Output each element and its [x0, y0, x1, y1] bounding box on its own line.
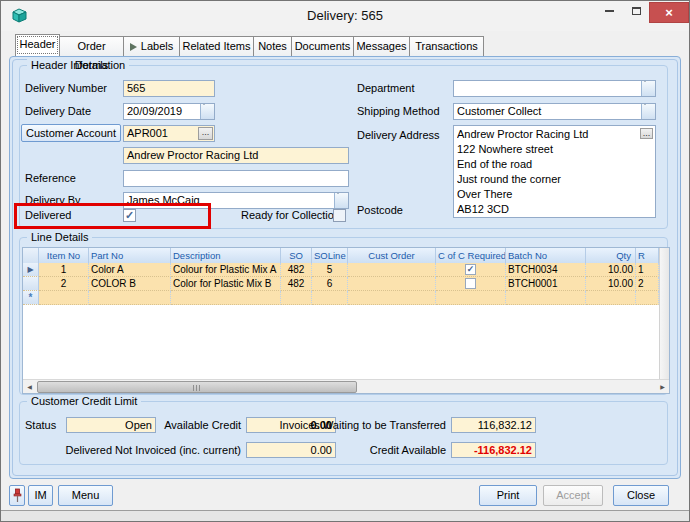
- col-header-description[interactable]: Description: [171, 248, 281, 263]
- col-header-r-clipped[interactable]: R: [636, 248, 659, 263]
- reference-label: Reference: [25, 170, 76, 187]
- minimize-button[interactable]: [595, 1, 623, 23]
- tab-header[interactable]: Header: [15, 34, 60, 56]
- pin-button[interactable]: [9, 485, 25, 506]
- grid-horizontal-scrollbar[interactable]: ◀ ▶: [23, 379, 669, 394]
- cell-cust-order[interactable]: [348, 263, 436, 277]
- window-bottom-frame: [1, 510, 689, 521]
- delivery-address-label: Delivery Address: [357, 127, 440, 144]
- cell-r-clipped[interactable]: 1: [636, 263, 659, 277]
- tab-related-items[interactable]: Related Items: [179, 36, 254, 56]
- cell-empty[interactable]: [348, 291, 436, 305]
- delivered-not-invoiced-field[interactable]: 0.00: [246, 442, 336, 458]
- accept-button[interactable]: Accept: [543, 485, 603, 506]
- cell-empty[interactable]: [89, 291, 171, 305]
- col-header-so[interactable]: SO: [281, 248, 312, 263]
- customer-account-field[interactable]: APR001 ...: [123, 125, 215, 142]
- department-dropdown-button[interactable]: [641, 81, 655, 96]
- cell-part-no[interactable]: Color A: [89, 263, 171, 277]
- status-field[interactable]: Open: [66, 417, 156, 433]
- status-label: Status: [25, 417, 56, 434]
- cell-empty[interactable]: [39, 291, 89, 305]
- cell-qty[interactable]: 10.00: [586, 263, 636, 277]
- reference-field[interactable]: [123, 170, 349, 187]
- scroll-left-arrow-icon[interactable]: ◀: [23, 380, 36, 394]
- cell-item-no[interactable]: 1: [39, 263, 89, 277]
- cell-qty[interactable]: 10.00: [586, 277, 636, 291]
- delivery-by-dropdown-button[interactable]: [334, 193, 348, 208]
- shipping-method-field[interactable]: Customer Collect: [453, 103, 656, 120]
- delivery-address-browse-button[interactable]: ...: [640, 128, 653, 139]
- col-header-batch-no[interactable]: Batch No: [506, 248, 586, 263]
- customer-name-field[interactable]: Andrew Proctor Racing Ltd: [123, 147, 349, 164]
- shipping-method-dropdown-button[interactable]: [641, 104, 655, 119]
- delivery-date-dropdown-button[interactable]: [200, 104, 214, 119]
- im-button[interactable]: IM: [28, 485, 53, 506]
- cell-empty[interactable]: [312, 291, 348, 305]
- postcode-label: Postcode: [357, 202, 403, 219]
- shipping-method-label: Shipping Method: [357, 103, 440, 120]
- credit-available-field[interactable]: -116,832.12: [451, 442, 536, 458]
- line-details-title: Line Details: [27, 231, 92, 243]
- address-line: Andrew Proctor Racing Ltd: [457, 127, 639, 142]
- c-of-c-checkbox[interactable]: [465, 264, 476, 275]
- scrollbar-thumb[interactable]: [37, 381, 357, 393]
- grid-corner-header: [23, 248, 39, 263]
- ready-for-collection-label: Ready for Collection: [241, 207, 340, 224]
- grid-vertical-scrollbar[interactable]: [659, 248, 669, 379]
- cell-so[interactable]: 482: [281, 263, 312, 277]
- tab-labels[interactable]: Labels: [123, 36, 180, 56]
- delivery-window: Delivery: 565 × Header Order Details Lab…: [0, 0, 690, 522]
- col-header-cust-order[interactable]: Cust Order: [348, 248, 436, 263]
- close-dialog-button[interactable]: Close: [613, 485, 669, 506]
- chevron-down-icon: [201, 103, 207, 117]
- col-header-item-no[interactable]: Item No: [39, 248, 89, 263]
- invoices-waiting-field[interactable]: 116,832.12: [451, 417, 536, 433]
- tab-transactions[interactable]: Transactions: [409, 36, 484, 56]
- cell-part-no[interactable]: COLOR B: [89, 277, 171, 291]
- window-title: Delivery: 565: [1, 8, 689, 23]
- print-button[interactable]: Print: [479, 485, 537, 506]
- menu-button[interactable]: Menu: [58, 485, 113, 506]
- maximize-button[interactable]: [623, 1, 649, 23]
- tab-notes[interactable]: Notes: [253, 36, 292, 56]
- address-line: End of the road: [457, 157, 639, 172]
- cell-description[interactable]: Color for Plastic Mix B: [171, 277, 281, 291]
- ready-for-collection-checkbox[interactable]: [333, 209, 346, 222]
- cell-so-line[interactable]: 6: [312, 277, 348, 291]
- cell-batch-no[interactable]: BTCH0001: [506, 277, 586, 291]
- col-header-part-no[interactable]: Part No: [89, 248, 171, 263]
- col-header-so-line[interactable]: SOLine: [312, 248, 348, 263]
- customer-account-browse-button[interactable]: ...: [198, 127, 213, 140]
- cell-r-clipped[interactable]: 2: [636, 277, 659, 291]
- cell-empty[interactable]: [586, 291, 636, 305]
- cell-empty[interactable]: [436, 291, 506, 305]
- scroll-right-arrow-icon[interactable]: ▶: [656, 380, 669, 394]
- tab-order-details[interactable]: Order Details: [59, 36, 124, 56]
- cell-so[interactable]: 482: [281, 277, 312, 291]
- scrollbar-grip-icon: [193, 385, 201, 391]
- cell-item-no[interactable]: 2: [39, 277, 89, 291]
- close-button[interactable]: ×: [649, 2, 689, 23]
- cell-empty[interactable]: [506, 291, 586, 305]
- delivery-date-field[interactable]: 20/09/2019: [123, 103, 215, 120]
- cell-cust-order[interactable]: [348, 277, 436, 291]
- department-field[interactable]: [453, 80, 656, 97]
- cell-empty[interactable]: [171, 291, 281, 305]
- tab-documents[interactable]: Documents: [291, 36, 354, 56]
- row-selector[interactable]: [23, 277, 39, 291]
- delivery-address-field[interactable]: Andrew Proctor Racing Ltd 122 Nowhere st…: [453, 125, 656, 218]
- cell-so-line[interactable]: 5: [312, 263, 348, 277]
- line-details-grid: Item No Part No Description SO SOLine Cu…: [22, 247, 670, 394]
- cell-description[interactable]: Colour for Plastic Mix A: [171, 263, 281, 277]
- delivery-number-field[interactable]: 565: [123, 80, 215, 97]
- cell-batch-no[interactable]: BTCH0034: [506, 263, 586, 277]
- cell-empty[interactable]: [636, 291, 659, 305]
- col-header-c-of-c-required[interactable]: C of C Required: [436, 248, 506, 263]
- customer-account-button[interactable]: Customer Account: [21, 124, 121, 142]
- chevron-down-icon: [642, 80, 648, 94]
- col-header-qty[interactable]: Qty: [586, 248, 636, 263]
- c-of-c-checkbox[interactable]: [465, 278, 476, 289]
- tab-messages[interactable]: Messages: [353, 36, 410, 56]
- cell-empty[interactable]: [281, 291, 312, 305]
